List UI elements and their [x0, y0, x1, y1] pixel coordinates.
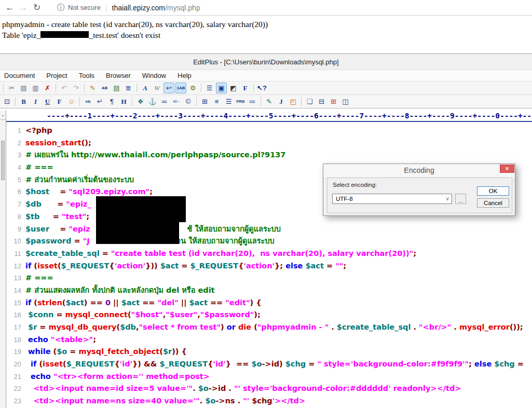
- word-wrap-off-icon[interactable]: W: [152, 83, 162, 93]
- select-encoding-label: Select encoding:: [333, 182, 377, 188]
- toolbar-row-1: ✂▤▥✗↶↷✎AB▤≣AW↩1AB⚙☰▣◩F↖?: [0, 81, 532, 95]
- ok-button[interactable]: OK: [477, 186, 509, 196]
- browser-preview-icon[interactable]: ⊡: [2, 96, 12, 107]
- sidebar-panel-icon[interactable]: ▣: [216, 83, 227, 93]
- info-icon[interactable]: ⓘ: [57, 3, 64, 12]
- toolbar-separator: [137, 84, 137, 92]
- objects-icon[interactable]: ◰: [288, 96, 298, 107]
- hrule-icon[interactable]: ═: [159, 96, 170, 107]
- font-face-icon[interactable]: F: [54, 96, 65, 107]
- titlebar[interactable]: EditPlus - [C:\Users\burin\Downloads\mys…: [0, 54, 532, 70]
- code-token: mysql_error: [459, 323, 510, 331]
- code-token: )) {: [172, 347, 187, 356]
- code-token: =: [100, 249, 111, 257]
- delete-icon[interactable]: ✗: [42, 83, 53, 93]
- duplicate-line-icon[interactable]: ▤: [111, 83, 122, 93]
- code-token: or: [227, 323, 236, 331]
- undo-icon[interactable]: ↶: [59, 83, 70, 93]
- paste-icon[interactable]: ▥: [30, 83, 41, 93]
- comment-icon[interactable]: <!··: [171, 96, 182, 107]
- code-token: ;: [469, 360, 474, 368]
- code-token: ());: [510, 323, 523, 331]
- cancel-button[interactable]: Cancel: [477, 198, 509, 208]
- cut-icon[interactable]: ✂: [6, 83, 17, 93]
- code-token: $act: [305, 262, 323, 270]
- copy-icon[interactable]: ▤: [18, 83, 29, 93]
- url-path[interactable]: /mysql.php: [165, 4, 200, 12]
- code-token: $create_table_sql: [337, 323, 411, 331]
- image-icon[interactable]: ❖: [135, 96, 146, 107]
- smiley-icon[interactable]: ☺: [66, 96, 77, 107]
- settings-stamp-icon[interactable]: ⚙: [187, 83, 198, 93]
- code-token: ->id): [262, 360, 285, 368]
- url-host[interactable]: thaiall.epizy.com: [112, 4, 165, 12]
- dialog-close-button[interactable]: ✕: [500, 165, 514, 173]
- center-align-icon[interactable]: ≡: [211, 96, 222, 107]
- word-wrap-icon[interactable]: ↩: [163, 83, 174, 93]
- code-line-17: 17 $r = mysql_db_query($db,"select * fro…: [7, 321, 532, 334]
- paragraph-icon[interactable]: ¶: [106, 96, 117, 107]
- bold-icon[interactable]: B: [18, 96, 29, 107]
- code-token: ==: [208, 298, 225, 307]
- right-align-icon[interactable]: ☰: [223, 96, 234, 107]
- list-icon[interactable]: ≔: [247, 96, 258, 107]
- folder-icon[interactable]: ❏: [304, 96, 315, 107]
- panel-scrollbar-thumb[interactable]: [1, 141, 5, 180]
- menu-browser[interactable]: Browser: [106, 72, 131, 79]
- html-toolbar-icon[interactable]: ◩: [228, 83, 239, 93]
- code-token: =: [37, 323, 48, 331]
- nbsp-icon[interactable]: nb: [83, 96, 93, 107]
- panel-dropdown-icon[interactable]: ⌄: [0, 111, 6, 120]
- font-icon[interactable]: A: [140, 83, 151, 93]
- back-icon[interactable]: ←: [3, 3, 17, 13]
- code-token: $act: [65, 298, 84, 307]
- context-help-icon[interactable]: ↖?: [256, 83, 267, 93]
- line-number: 8: [7, 211, 21, 223]
- script-icon[interactable]: ✎: [264, 96, 275, 107]
- line-number-mode-icon[interactable]: 1AB: [175, 83, 186, 93]
- menu-project[interactable]: Project: [46, 72, 67, 79]
- redo-icon[interactable]: ↷: [71, 83, 81, 93]
- italic-icon[interactable]: I: [30, 96, 41, 107]
- code-line-3: 3# เผยแพร่ใน http://www.thaiall.com/perl…: [7, 149, 532, 161]
- underline-icon[interactable]: U: [42, 96, 53, 107]
- find-marker-icon[interactable]: ✎: [87, 83, 98, 93]
- numbered-list-icon[interactable]: ≣: [123, 83, 134, 93]
- browse-button[interactable]: ...: [455, 194, 466, 204]
- split-window-icon[interactable]: ⊟: [316, 96, 327, 107]
- heading-icon[interactable]: H: [118, 96, 129, 107]
- code-token: .: [226, 384, 234, 392]
- toolbar-separator: [253, 84, 254, 92]
- javascript-icon[interactable]: J: [276, 96, 287, 107]
- table-icon[interactable]: ⊞: [199, 96, 210, 107]
- pre-icon[interactable]: PRE: [235, 96, 246, 107]
- line-number: 20: [7, 358, 21, 371]
- dialog-titlebar[interactable]: Encoding ✕: [323, 164, 515, 177]
- line-break-icon[interactable]: ↵: [94, 96, 105, 107]
- editplus-window: EditPlus - [C:\Users\burin\Downloads\mys…: [0, 53, 532, 408]
- code-line-19: 19 while ($o = mysql_fetch_object($r)) {: [7, 346, 532, 358]
- code-line-11: 11$create_table_sql = "create table test…: [7, 248, 532, 260]
- menu-help[interactable]: Help: [178, 72, 192, 79]
- anchor-icon[interactable]: ⚓: [147, 96, 158, 107]
- code-token: "select * from test": [139, 323, 221, 331]
- code-token: ) {: [250, 298, 262, 307]
- ruler: ----+----1----+----2----+----3----+----4…: [6, 111, 532, 122]
- hsplit-icon[interactable]: ◫: [340, 96, 351, 107]
- cliptext-icon[interactable]: ☰: [204, 83, 215, 93]
- sort-icon[interactable]: AB: [99, 83, 110, 93]
- code-token: ;: [149, 187, 153, 196]
- menu-tools[interactable]: Tools: [79, 72, 94, 79]
- copyright-icon[interactable]: ©: [183, 96, 194, 107]
- forward-icon[interactable]: →: [17, 3, 30, 13]
- line-number: 16: [7, 309, 21, 321]
- code-token: ช้ ให้สอบถามจากผู้ดูแลระบบ: [187, 225, 281, 233]
- code-token: =: [67, 347, 78, 356]
- code-token: "edit": [225, 298, 250, 307]
- menu-document[interactable]: Document: [4, 72, 35, 79]
- function-list-icon[interactable]: F: [240, 83, 251, 93]
- encoding-select[interactable]: UTF-8 ˅: [332, 194, 452, 204]
- reload-icon[interactable]: ↻: [30, 2, 44, 13]
- windows-colors-icon[interactable]: ⊞: [328, 96, 339, 107]
- menu-window[interactable]: Window: [142, 72, 166, 79]
